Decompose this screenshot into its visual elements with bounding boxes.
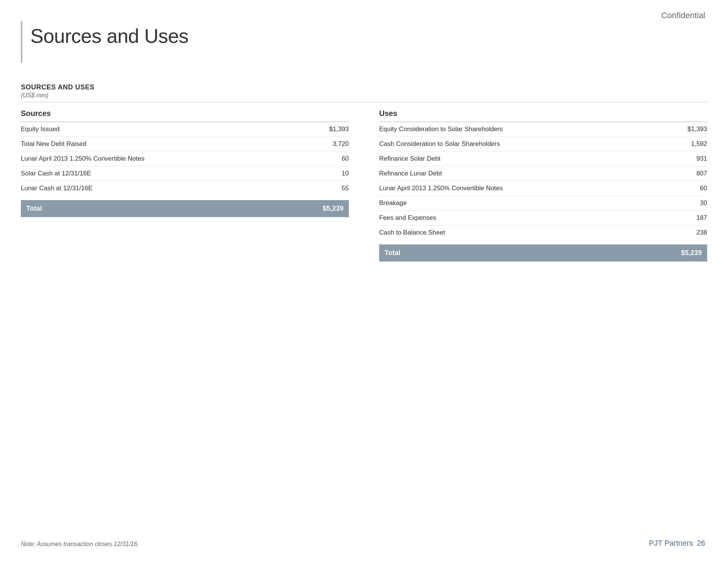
row-label: Equity Issued (21, 125, 60, 133)
row-value: 187 (677, 214, 707, 222)
row-value: 238 (677, 229, 707, 236)
row-label: Lunar April 2013 1.250% Convertible Note… (21, 155, 144, 163)
row-value: 1,592 (677, 140, 707, 148)
row-label: Total New Debt Raised (21, 140, 86, 148)
table-row: Refinance Lunar Debt 807 (379, 166, 707, 181)
table-row: Total New Debt Raised 3,720 (21, 137, 349, 152)
confidential-label: Confidential (661, 11, 705, 20)
table-row: Solar Cash at 12/31/16E 10 (21, 166, 349, 181)
footer-brand-name: PJT Partners (649, 539, 693, 548)
section-title: SOURCES AND USES (21, 83, 707, 91)
sources-total-label: Total (26, 205, 42, 213)
uses-total-value: $5,239 (681, 249, 702, 257)
row-label: Equity Consideration to Solar Shareholde… (379, 125, 503, 133)
row-label: Refinance Lunar Debt (379, 170, 442, 177)
row-label: Refinance Solar Debt (379, 155, 441, 163)
table-row: Refinance Solar Debt 931 (379, 152, 707, 166)
page-title: Sources and Uses (30, 25, 188, 47)
row-label: Breakage (379, 199, 407, 207)
sources-header: Sources (21, 109, 349, 122)
row-value: 60 (318, 155, 349, 163)
table-row: Equity Issued $1,393 (21, 122, 349, 137)
row-value: 10 (318, 170, 349, 177)
footer-brand: PJT Partners 26 (649, 539, 705, 548)
sources-rows-container: Equity Issued $1,393 Total New Debt Rais… (21, 122, 349, 196)
row-value: 60 (677, 185, 707, 192)
uses-total-label: Total (384, 249, 400, 257)
tables-container: Sources Equity Issued $1,393 Total New D… (21, 109, 707, 261)
row-value: $1,393 (318, 125, 349, 133)
row-value: $1,393 (677, 125, 707, 133)
table-row: Cash Consideration to Solar Shareholders… (379, 137, 707, 152)
left-border-accent (21, 21, 22, 63)
table-row: Equity Consideration to Solar Shareholde… (379, 122, 707, 137)
uses-rows-container: Equity Consideration to Solar Shareholde… (379, 122, 707, 240)
table-row: Breakage 30 (379, 196, 707, 211)
row-label: Lunar April 2013 1.250% Convertible Note… (379, 185, 503, 192)
sources-table: Sources Equity Issued $1,393 Total New D… (21, 109, 349, 261)
row-label: Solar Cash at 12/31/16E (21, 170, 91, 177)
row-label: Cash to Balance Sheet (379, 229, 445, 236)
footnote: Note: Assumes transaction closes 12/31/1… (21, 541, 139, 548)
main-content: SOURCES AND USES (US$ mm) Sources Equity… (21, 83, 707, 261)
section-divider (21, 102, 707, 102)
row-value: 30 (677, 199, 707, 207)
row-value: 3,720 (318, 140, 349, 148)
table-row: Fees and Expenses 187 (379, 211, 707, 225)
row-value: 55 (318, 185, 349, 192)
uses-header: Uses (379, 109, 707, 122)
table-row: Lunar Cash at 12/31/16E 55 (21, 181, 349, 196)
table-row: Cash to Balance Sheet 238 (379, 225, 707, 240)
section-subtitle: (US$ mm) (21, 92, 707, 99)
row-label: Lunar Cash at 12/31/16E (21, 185, 93, 192)
row-label: Cash Consideration to Solar Shareholders (379, 140, 500, 148)
row-label: Fees and Expenses (379, 214, 436, 222)
sources-total-value: $5,239 (323, 205, 344, 213)
table-row: Lunar April 2013 1.250% Convertible Note… (379, 181, 707, 196)
row-value: 931 (677, 155, 707, 163)
footer-page-number: 26 (697, 539, 705, 548)
table-row: Lunar April 2013 1.250% Convertible Note… (21, 152, 349, 166)
sources-total-row: Total $5,239 (21, 200, 349, 217)
uses-total-row: Total $5,239 (379, 244, 707, 261)
uses-table: Uses Equity Consideration to Solar Share… (379, 109, 707, 261)
row-value: 807 (677, 170, 707, 177)
